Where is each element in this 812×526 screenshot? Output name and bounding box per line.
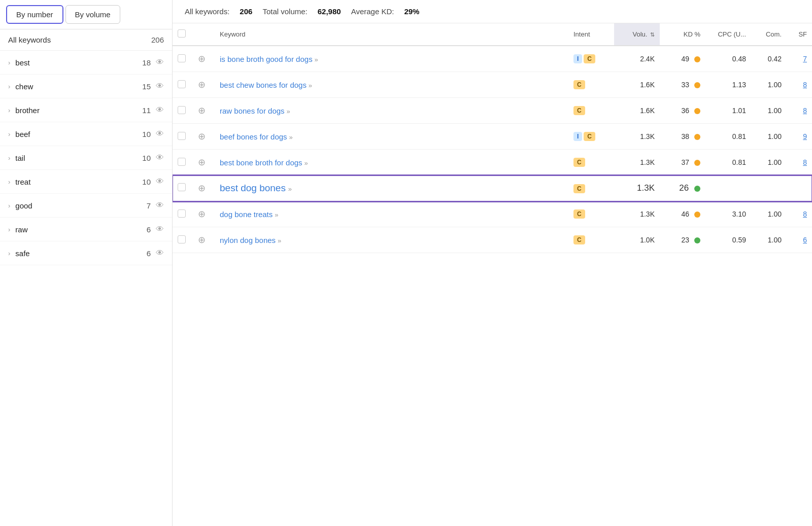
- row-checkbox[interactable]: [178, 106, 186, 114]
- row-intent-cell: C: [568, 98, 614, 124]
- row-kd-cell: 23: [660, 227, 705, 253]
- sidebar-item[interactable]: › best 18 👁: [0, 51, 172, 75]
- avg-kd-value: 29%: [404, 7, 419, 16]
- eye-icon[interactable]: 👁: [156, 249, 164, 258]
- eye-icon[interactable]: 👁: [156, 58, 164, 67]
- add-keyword-icon[interactable]: ⊕: [198, 235, 206, 245]
- intent-badge-c: C: [573, 106, 585, 115]
- keyword-navigate-icon[interactable]: »: [304, 159, 308, 167]
- row-checkbox-cell: [173, 46, 193, 72]
- table-header-row: Keyword Intent Volu. ⇅ KD % CPC (U... Co…: [173, 23, 812, 46]
- row-com-cell: 1.00: [751, 227, 787, 253]
- add-keyword-icon[interactable]: ⊕: [198, 54, 206, 64]
- row-checkbox[interactable]: [178, 183, 186, 191]
- keyword-navigate-icon[interactable]: »: [275, 211, 278, 219]
- row-checkbox-cell: [173, 98, 193, 124]
- add-keyword-icon[interactable]: ⊕: [198, 80, 206, 90]
- table-row: ⊕ raw bones for dogs » C 1.6K 36 1.01 1.…: [173, 98, 812, 124]
- main-header: All keywords: 206 Total volume: 62,980 A…: [173, 0, 812, 23]
- sidebar-item[interactable]: › brother 11 👁: [0, 98, 172, 122]
- sidebar-item[interactable]: › treat 10 👁: [0, 170, 172, 194]
- keyword-link[interactable]: best dog bones: [220, 183, 286, 193]
- sidebar-item-label: safe: [15, 249, 146, 258]
- eye-icon[interactable]: 👁: [156, 106, 164, 115]
- all-keywords-label: All keywords: [8, 36, 51, 44]
- col-header-cpc: CPC (U...: [705, 23, 751, 46]
- tab-by-number[interactable]: By number: [6, 5, 63, 24]
- sidebar-item-count: 11: [142, 106, 151, 115]
- keyword-navigate-icon[interactable]: »: [286, 108, 290, 115]
- sidebar-item-count: 6: [147, 225, 151, 234]
- sidebar-item[interactable]: › safe 6 👁: [0, 241, 172, 265]
- add-keyword-icon[interactable]: ⊕: [198, 209, 206, 219]
- select-all-checkbox[interactable]: [178, 29, 186, 38]
- eye-icon[interactable]: 👁: [156, 201, 164, 210]
- keyword-link[interactable]: dog bone treats: [220, 210, 273, 219]
- sidebar-item[interactable]: › tail 10 👁: [0, 146, 172, 170]
- add-keyword-icon[interactable]: ⊕: [198, 106, 206, 116]
- row-keyword-cell: raw bones for dogs »: [215, 98, 568, 124]
- row-checkbox[interactable]: [178, 158, 186, 166]
- kd-dot: [694, 160, 700, 166]
- keyword-navigate-icon[interactable]: »: [288, 185, 292, 193]
- chevron-right-icon: ›: [8, 59, 10, 66]
- row-checkbox[interactable]: [178, 235, 186, 243]
- intent-badge-i: I: [573, 54, 582, 63]
- row-checkbox[interactable]: [178, 132, 186, 140]
- sidebar-item[interactable]: › raw 6 👁: [0, 218, 172, 241]
- row-volume-cell: 1.6K: [614, 72, 660, 98]
- keyword-link[interactable]: best chew bones for dogs: [220, 81, 307, 89]
- row-checkbox[interactable]: [178, 54, 186, 62]
- col-header-volume[interactable]: Volu. ⇅: [614, 23, 660, 46]
- keyword-navigate-icon[interactable]: »: [278, 237, 281, 244]
- tab-by-volume[interactable]: By volume: [65, 5, 120, 24]
- row-intent-cell: C: [568, 227, 614, 253]
- row-sf-cell: 6: [787, 227, 812, 253]
- row-cpc-cell: 1.01: [705, 98, 751, 124]
- col-header-check: [173, 23, 193, 46]
- row-com-cell: 0.42: [751, 46, 787, 72]
- eye-icon[interactable]: 👁: [156, 129, 164, 138]
- add-keyword-icon[interactable]: ⊕: [198, 183, 206, 193]
- add-keyword-icon[interactable]: ⊕: [198, 131, 206, 142]
- col-header-intent: Intent: [568, 23, 614, 46]
- table-row: ⊕ best chew bones for dogs » C 1.6K 33 1…: [173, 72, 812, 98]
- row-cpc-cell: 1.13: [705, 72, 751, 98]
- keyword-link[interactable]: beef bones for dogs: [220, 132, 287, 141]
- row-cpc-cell: 0.81: [705, 150, 751, 176]
- col-header-kd: KD %: [660, 23, 705, 46]
- sidebar-item[interactable]: › beef 10 👁: [0, 122, 172, 146]
- sidebar-item[interactable]: › chew 15 👁: [0, 75, 172, 98]
- keyword-navigate-icon[interactable]: »: [309, 82, 312, 89]
- eye-icon[interactable]: 👁: [156, 225, 164, 234]
- row-com-cell: 1.00: [751, 150, 787, 176]
- sidebar-item[interactable]: › good 7 👁: [0, 194, 172, 218]
- eye-icon[interactable]: 👁: [156, 153, 164, 162]
- row-volume-cell: 1.6K: [614, 98, 660, 124]
- add-keyword-icon[interactable]: ⊕: [198, 157, 206, 167]
- row-intent-cell: IC: [568, 46, 614, 72]
- avg-kd-label: Average KD:: [351, 7, 394, 16]
- row-sf-cell: [787, 176, 812, 201]
- eye-icon[interactable]: 👁: [156, 177, 164, 186]
- keyword-link[interactable]: nylon dog bones: [220, 236, 276, 244]
- row-kd-cell: 49: [660, 46, 705, 72]
- sidebar-item-label: brother: [15, 106, 142, 115]
- sidebar-item-count: 15: [142, 82, 151, 91]
- row-volume-cell: 1.3K: [614, 150, 660, 176]
- keyword-link[interactable]: is bone broth good for dogs: [220, 55, 313, 63]
- kd-dot: [694, 237, 700, 243]
- row-sf-cell: 8: [787, 72, 812, 98]
- keyword-navigate-icon[interactable]: »: [315, 56, 318, 63]
- sidebar-item-count: 18: [142, 58, 151, 67]
- row-keyword-cell: best chew bones for dogs »: [215, 72, 568, 98]
- row-checkbox[interactable]: [178, 80, 186, 88]
- row-checkbox[interactable]: [178, 209, 186, 218]
- keyword-link[interactable]: raw bones for dogs: [220, 107, 285, 115]
- sidebar-list: › best 18 👁 › chew 15 👁 › brother 11 👁 ›…: [0, 51, 172, 526]
- eye-icon[interactable]: 👁: [156, 82, 164, 91]
- intent-badge-c: C: [573, 209, 585, 219]
- keyword-navigate-icon[interactable]: »: [289, 133, 293, 141]
- row-add-cell: ⊕: [193, 227, 215, 253]
- keyword-link[interactable]: best bone broth for dogs: [220, 158, 302, 167]
